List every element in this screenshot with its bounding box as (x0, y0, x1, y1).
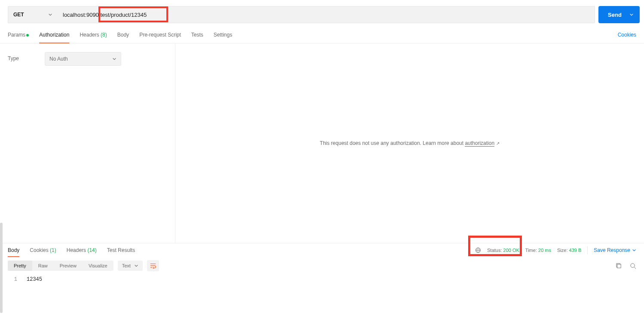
line-number: 1 (8, 276, 17, 282)
send-button-label: Send (608, 12, 622, 18)
response-view-modes: Pretty Raw Preview Visualize Text (0, 257, 644, 275)
auth-type-value: No Auth (49, 56, 68, 62)
mode-visualize[interactable]: Visualize (83, 261, 113, 271)
auth-type-select[interactable]: No Auth (45, 52, 121, 66)
chevron-down-icon (112, 57, 117, 61)
tab-headers[interactable]: Headers (8) (80, 27, 107, 43)
auth-left-pane: Type No Auth (0, 43, 175, 243)
copy-icon[interactable] (616, 263, 622, 269)
mode-raw[interactable]: Raw (32, 261, 54, 271)
tab-settings[interactable]: Settings (214, 27, 232, 43)
request-bar: GET Send (0, 0, 644, 23)
tab-params[interactable]: Params (8, 27, 29, 43)
mode-pretty[interactable]: Pretty (8, 261, 32, 271)
size-meta[interactable]: Size: 439 B (557, 248, 581, 253)
svg-rect-5 (617, 264, 621, 267)
response-tab-test-results[interactable]: Test Results (107, 244, 135, 257)
wrap-lines-button[interactable] (147, 260, 159, 271)
auth-type-label: Type (8, 52, 19, 234)
scrollbar-hint[interactable] (0, 223, 3, 313)
chevron-down-icon (48, 12, 52, 17)
chevron-down-icon (629, 12, 634, 17)
external-link-icon: ↗ (496, 141, 500, 146)
response-tab-cookies[interactable]: Cookies (1) (30, 244, 56, 257)
response-tab-body[interactable]: Body (8, 244, 19, 257)
chevron-down-icon (134, 264, 138, 268)
authorization-panel: Type No Auth This request does not use a… (0, 43, 644, 243)
globe-icon[interactable] (475, 247, 481, 253)
svg-point-6 (631, 263, 635, 267)
search-icon[interactable] (630, 263, 636, 269)
view-mode-group: Pretty Raw Preview Visualize (8, 261, 113, 271)
response-header-row: Body Cookies (1) Headers (14) Test Resul… (0, 243, 644, 257)
time-meta[interactable]: Time: 20 ms (525, 248, 551, 253)
tab-tests[interactable]: Tests (191, 27, 203, 43)
response-toolbar-right (616, 263, 636, 269)
send-button[interactable]: Send (598, 6, 640, 23)
auth-info-pane: This request does not use any authorizat… (175, 43, 644, 243)
auth-learn-more-link[interactable]: authorization (465, 140, 494, 147)
request-tabs: Params Authorization Headers (8) Body Pr… (8, 27, 232, 43)
response-body-area: 1 12345 (0, 275, 644, 284)
line-content[interactable]: 12345 (27, 276, 42, 282)
tab-authorization[interactable]: Authorization (39, 27, 69, 43)
response-tabs: Body Cookies (1) Headers (14) Test Resul… (8, 244, 135, 257)
tab-prerequest[interactable]: Pre-request Script (139, 27, 181, 43)
http-method-select[interactable]: GET (8, 6, 58, 23)
response-meta: Status: 200 OK Time: 20 ms Size: 439 B S… (475, 246, 636, 254)
save-response-button[interactable]: Save Response (587, 246, 636, 254)
wrap-icon (150, 263, 156, 269)
chevron-down-icon (632, 248, 636, 252)
auth-info-text: This request does not use any authorizat… (320, 140, 465, 146)
svg-line-7 (634, 267, 636, 269)
cookies-link[interactable]: Cookies (618, 27, 636, 43)
status-meta[interactable]: Status: 200 OK (487, 248, 519, 253)
request-url-input[interactable] (58, 6, 595, 23)
response-line: 1 12345 (8, 276, 636, 282)
request-tabs-row: Params Authorization Headers (8) Body Pr… (0, 27, 644, 43)
mode-preview[interactable]: Preview (54, 261, 83, 271)
tab-body[interactable]: Body (117, 27, 129, 43)
params-modified-dot (26, 34, 29, 37)
response-tab-headers[interactable]: Headers (14) (67, 244, 97, 257)
response-lang-select[interactable]: Text (118, 261, 143, 271)
method-url-container: GET (8, 6, 595, 23)
http-method-value: GET (13, 12, 24, 18)
